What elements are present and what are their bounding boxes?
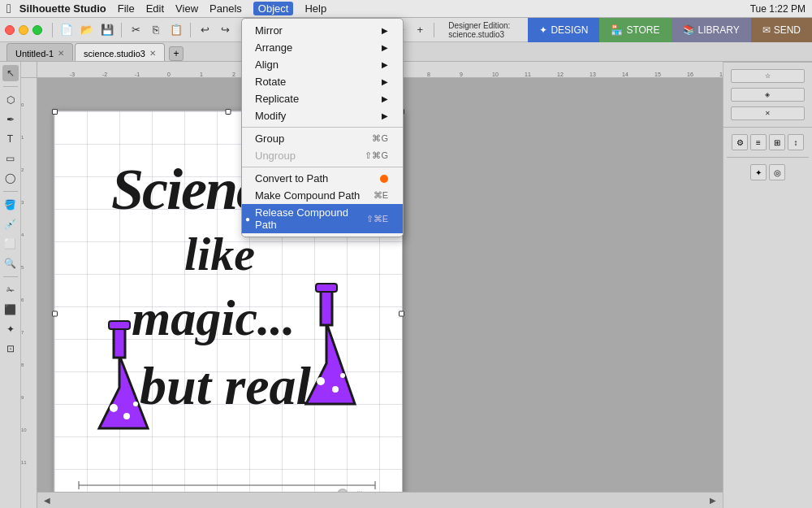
lt-sep-1 (3, 86, 18, 87)
copy-button[interactable]: ⎘ (147, 21, 165, 39)
tab-add-button[interactable]: + (169, 46, 184, 61)
crop-tool[interactable]: ⊡ (2, 341, 19, 357)
handle-tc[interactable] (226, 109, 231, 115)
menu-item-rotate[interactable]: Rotate ▶ (242, 73, 403, 90)
left-toolbar: ↖ ⬡ ✒ T ▭ ◯ 🪣 💉 ⬜ 🔍 ✁ ⬛ ✦ ⊡ (0, 62, 21, 508)
cut-button[interactable]: ✂ (127, 21, 145, 39)
svg-rect-9 (321, 290, 332, 325)
shape-tool[interactable]: ▭ (2, 150, 19, 167)
ruler-h-tick: 10 (492, 72, 499, 77)
library-tab[interactable]: 📚 LIBRARY (672, 18, 751, 42)
scroll-left-btn[interactable]: ◀ (44, 496, 50, 505)
menu-help[interactable]: Help (304, 2, 326, 15)
menubar-right: Tue 1:22 PM (750, 3, 806, 15)
menu-item-align[interactable]: Align ▶ (242, 56, 403, 73)
ruler-h-tick: 14 (622, 72, 628, 77)
send-tab[interactable]: ✉ SEND (751, 18, 812, 42)
ruler-h-tick: 9 (460, 72, 463, 77)
menu-item-ungroup[interactable]: Ungroup ⇧⌘G (242, 147, 403, 164)
menu-item-mirror[interactable]: Mirror ▶ (242, 22, 403, 39)
menu-item-arrange[interactable]: Arrange ▶ (242, 39, 403, 56)
minimize-button[interactable] (19, 25, 28, 35)
draw-tool[interactable]: ✒ (2, 111, 19, 128)
eraser-tool[interactable]: ⬜ (2, 236, 19, 252)
right-panel-content: ⚙ ≡ ⊞ ↕ ✦ ◎ (723, 128, 812, 508)
ruler-h-tick: -1 (135, 72, 140, 77)
text-tool[interactable]: T (2, 131, 19, 147)
menu-view[interactable]: View (175, 2, 198, 15)
convert-path-indicator (380, 175, 388, 183)
right-tool-x[interactable]: ✕ (731, 106, 805, 120)
scroll-right-btn[interactable]: ▶ (710, 496, 716, 505)
handle-ml[interactable] (52, 311, 58, 317)
weld-tool[interactable]: ⬛ (2, 302, 19, 318)
knife-tool[interactable]: ✁ (2, 282, 19, 298)
redo-button[interactable]: ↪ (216, 21, 234, 39)
tab-close-science[interactable]: ✕ (149, 49, 156, 58)
handle-mr[interactable] (399, 311, 404, 317)
menu-item-make-compound-path[interactable]: Make Compound Path ⌘E (242, 187, 403, 204)
menu-arrow-modify: ▶ (382, 111, 388, 120)
menu-panels[interactable]: Panels (209, 2, 242, 15)
main-area: ↖ ⬡ ✒ T ▭ ◯ 🪣 💉 ⬜ 🔍 ✁ ⬛ ✦ ⊡ -3 -2 -1 0 1 (0, 62, 812, 508)
menu-bar:  Silhouette Studio File Edit View Panel… (0, 0, 812, 18)
toolbar-separator-7 (434, 23, 434, 37)
right-icon-5[interactable]: ✦ (750, 164, 767, 180)
select-tool[interactable]: ↖ (2, 65, 19, 81)
right-icon-1[interactable]: ⚙ (732, 134, 748, 150)
menu-arrow-replicate: ▶ (382, 94, 388, 103)
menu-item-release-compound-path[interactable]: ● Release Compound Path ⇧⌘E (242, 204, 403, 233)
eyedropper-tool[interactable]: 💉 (2, 216, 19, 232)
ruler-v-tick: 2 (21, 167, 24, 172)
node-tool[interactable]: ⬡ (2, 92, 19, 108)
object-dropdown-menu: Mirror ▶ Arrange ▶ Align ▶ Rotate ▶ Repl… (241, 18, 404, 237)
right-tool-3d[interactable]: ◈ (731, 88, 805, 102)
right-icon-3[interactable]: ⊞ (769, 134, 785, 150)
ruler-h-tick: 12 (557, 72, 564, 77)
menu-item-modify[interactable]: Modify ▶ (242, 107, 403, 124)
close-button[interactable] (5, 25, 15, 35)
lt-sep-2 (3, 191, 18, 192)
menu-edit[interactable]: Edit (146, 2, 164, 15)
svg-rect-10 (316, 284, 337, 292)
menu-item-convert-to-path[interactable]: Convert to Path (242, 170, 403, 187)
menu-item-replicate[interactable]: Replicate ▶ (242, 90, 403, 107)
handle-tl[interactable] (52, 109, 58, 115)
right-icon-6[interactable]: ◎ (769, 164, 785, 180)
menu-arrow-align: ▶ (382, 60, 388, 69)
design-tab[interactable]: ✦ DESIGN (528, 18, 599, 42)
plus-tool[interactable]: + (411, 21, 429, 39)
undo-button[interactable]: ↩ (196, 21, 214, 39)
apple-menu[interactable]:  (6, 2, 11, 16)
menu-file[interactable]: File (118, 2, 135, 15)
paste-button[interactable]: 📋 (167, 21, 185, 39)
tab-science[interactable]: science.studio3 ✕ (75, 43, 165, 61)
open-button[interactable]: 📂 (78, 21, 96, 39)
menu-separator-2 (242, 167, 403, 167)
fill-tool[interactable]: 🪣 (2, 197, 19, 213)
right-tool-star[interactable]: ☆ (731, 69, 805, 83)
tab-untitled[interactable]: Untitled-1 ✕ (6, 43, 73, 61)
ruler-v-tick: 10 (21, 428, 27, 432)
zoom-tool[interactable]: 🔍 (2, 255, 19, 271)
menu-item-group[interactable]: Group ⌘G (242, 130, 403, 147)
svg-text:but real: but real (140, 356, 312, 415)
app-title: Designer Edition: science.studio3 (442, 18, 528, 42)
right-icon-4[interactable]: ↕ (788, 134, 804, 150)
ellipse-tool[interactable]: ◯ (2, 170, 19, 186)
tab-close-untitled[interactable]: ✕ (58, 49, 64, 58)
ruler-corner (21, 62, 37, 78)
menu-arrow-rotate: ▶ (382, 77, 388, 86)
store-tab[interactable]: 🏪 STORE (599, 18, 671, 42)
menu-arrow-mirror: ▶ (382, 26, 388, 35)
right-icon-2[interactable]: ≡ (750, 134, 767, 150)
ruler-h-tick: 15 (654, 72, 661, 77)
ruler-v-tick: 0 (21, 102, 24, 107)
menu-object[interactable]: Object (253, 2, 294, 15)
ruler-v-tick: 9 (21, 395, 24, 400)
maximize-button[interactable] (32, 25, 42, 35)
new-button[interactable]: 📄 (58, 21, 76, 39)
save-button[interactable]: 💾 (98, 21, 116, 39)
magic-wand-tool[interactable]: ✦ (2, 321, 19, 337)
ruler-h-tick: 16 (687, 72, 693, 77)
